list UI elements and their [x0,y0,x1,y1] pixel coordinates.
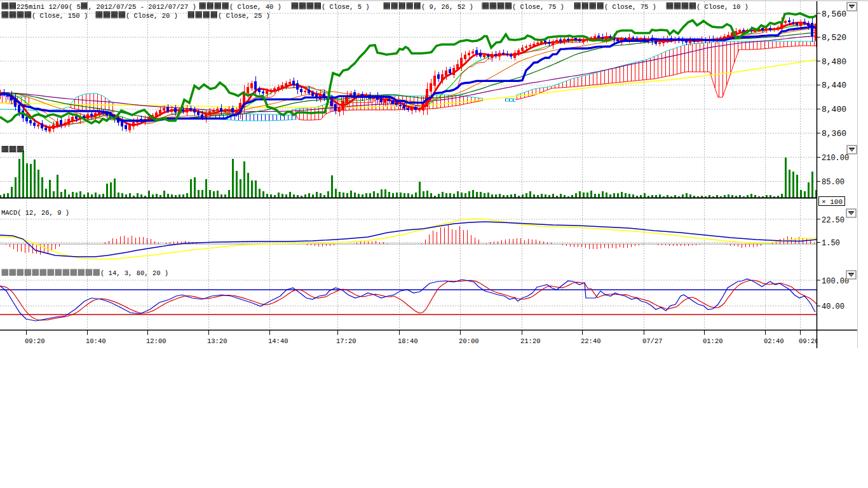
svg-text:( 9, 26, 52 ): ( 9, 26, 52 ) [421,3,473,11]
svg-text:85.00: 85.00 [822,178,844,187]
svg-text:× 100: × 100 [822,198,843,206]
svg-text:8,400: 8,400 [822,105,846,114]
svg-text:01:20: 01:20 [703,337,723,345]
svg-text:( Close, 75 ): ( Close, 75 ) [604,3,656,11]
svg-text:10:40: 10:40 [86,337,106,345]
svg-text:18:40: 18:40 [398,337,418,345]
svg-text:( 14, 3, 80, 20 ): ( 14, 3, 80, 20 ) [100,269,168,277]
svg-text:8,520: 8,520 [822,33,846,43]
svg-text:210.00: 210.00 [822,154,849,163]
svg-text:8,440: 8,440 [822,81,846,90]
svg-text:( Close, 10 ): ( Close, 10 ) [696,3,749,11]
svg-text:21:20: 21:20 [520,337,541,345]
svg-text:8,480: 8,480 [822,57,846,67]
svg-text:13:20: 13:20 [207,337,227,345]
svg-text:( Close, 75 ): ( Close, 75 ) [512,3,564,11]
svg-text:( Close, 25 ): ( Close, 25 ) [218,12,270,20]
svg-text:100.00: 100.00 [822,277,849,286]
svg-text:22.50: 22.50 [822,216,844,225]
svg-text:, 2012/07/25 - 2012/07/27 ): , 2012/07/25 - 2012/07/27 ) [88,3,196,11]
svg-text:09:20: 09:20 [25,337,45,345]
svg-text:22:40: 22:40 [581,337,601,345]
svg-text:1.50: 1.50 [822,239,840,248]
svg-text:MACD( 12, 26, 9 ): MACD( 12, 26, 9 ) [1,209,69,217]
svg-text:09:20: 09:20 [799,337,819,345]
svg-text:40.00: 40.00 [822,302,844,311]
svg-text:17:20: 17:20 [336,337,356,345]
svg-text:12:00: 12:00 [146,337,166,345]
svg-text:( Close, 150 ): ( Close, 150 ) [32,12,88,20]
svg-text:14:40: 14:40 [268,337,288,345]
svg-text:20:00: 20:00 [459,337,479,345]
svg-text:8,360: 8,360 [822,129,846,139]
svg-text:02:40: 02:40 [764,337,784,345]
svg-text:( Close, 40 ): ( Close, 40 ) [229,3,281,11]
svg-text:225mini 12/09( 5: 225mini 12/09( 5 [17,3,81,11]
svg-text:( Close, 20 ): ( Close, 20 ) [126,12,178,20]
svg-text:07/27: 07/27 [642,337,663,345]
svg-text:8,560: 8,560 [822,10,846,19]
svg-text:( Close, 5 ): ( Close, 5 ) [322,3,370,11]
